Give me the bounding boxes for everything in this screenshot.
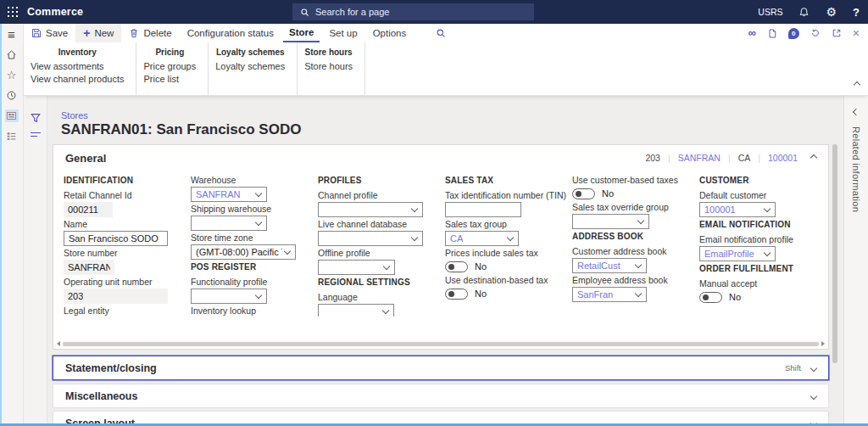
tab-store[interactable]: Store: [283, 24, 320, 42]
expand-panel-chevron-icon[interactable]: [853, 109, 860, 115]
ribbon-group-title: Inventory: [31, 48, 124, 57]
field-label: Functionality profile: [191, 277, 318, 287]
page-search-box[interactable]: Search for a page: [292, 3, 534, 20]
view-glasses-icon[interactable]: ∞: [748, 29, 756, 37]
combo-channel-profile[interactable]: [318, 202, 423, 217]
combo-shipping-warehouse[interactable]: [191, 216, 267, 231]
ribbon-group-inventory: Inventory View assortments View channel …: [24, 42, 136, 95]
left-nav-rail: ≡ ☆: [0, 24, 24, 426]
filter-funnel-icon[interactable]: [30, 112, 42, 124]
combo-sales-tax-group[interactable]: CA: [445, 231, 519, 246]
tab-set-up[interactable]: Set up: [323, 24, 363, 42]
tab-options[interactable]: Options: [367, 24, 413, 42]
configuration-status-button[interactable]: Configuration status: [180, 24, 281, 42]
action-bar-right-icons: ∞ 0 ×: [748, 24, 860, 42]
combo-employee-address-book[interactable]: SanFran: [572, 287, 647, 302]
summary-default-customer[interactable]: 100001: [768, 153, 798, 163]
show-list-icon[interactable]: [31, 132, 41, 139]
combo-store-time-zone[interactable]: (GMT-08:00) Pacific Time (US ...: [191, 244, 296, 260]
pos-register-page-icon[interactable]: [5, 109, 19, 122]
collapse-section-chevron-icon[interactable]: [810, 154, 817, 161]
ribbon-item-loyalty-schemes[interactable]: Loyalty schemes: [215, 61, 285, 71]
action-search-icon[interactable]: [436, 24, 446, 42]
summary-warehouse[interactable]: SANFRAN: [678, 153, 721, 163]
scroll-left-arrow-icon[interactable]: [57, 341, 60, 346]
chevron-down-icon: [255, 292, 262, 299]
toggle-prices-include-sales-tax[interactable]: [445, 261, 468, 272]
combo-email-notification-profile[interactable]: EmailProfile: [699, 246, 776, 261]
field-channel-profile: Channel profile: [318, 191, 445, 217]
combo-default-customer[interactable]: 100001: [699, 202, 776, 217]
section-statement-closing[interactable]: Statement/closing Shift: [53, 356, 829, 380]
combo-functionality-profile[interactable]: [191, 289, 267, 304]
field-label: Email notification profile: [699, 235, 826, 244]
notifications-bell-icon[interactable]: [798, 7, 810, 18]
scrollbar-thumb[interactable]: [63, 342, 819, 346]
related-information-label: Related information: [851, 126, 861, 212]
scroll-right-arrow-icon[interactable]: [821, 341, 825, 346]
combo-language[interactable]: [318, 304, 394, 317]
app-launcher-waffle-icon[interactable]: [8, 7, 18, 17]
toggle-manual-accept[interactable]: [699, 292, 722, 303]
group-header-address-book: ADDRESS BOOK: [572, 232, 699, 241]
readonly-store-number: SANFRAN01: [64, 260, 114, 275]
trash-icon: [129, 28, 139, 38]
save-button[interactable]: Save: [24, 24, 75, 42]
ribbon-group-loyalty-schemes: Loyalty schemes Loyalty schemes: [209, 42, 298, 95]
close-icon[interactable]: ×: [853, 28, 860, 38]
field-default-customer: Default customer100001: [699, 191, 826, 217]
combo-live-channel-database[interactable]: [318, 231, 423, 246]
toggle-row: No: [445, 287, 572, 300]
delete-button[interactable]: Delete: [121, 24, 179, 42]
document-page-icon[interactable]: [767, 28, 777, 39]
favorites-star-icon[interactable]: ☆: [5, 69, 19, 81]
nav-menu-hamburger-icon[interactable]: ≡: [5, 28, 19, 41]
group-header-email-notification: EMAIL NOTIFICATION: [699, 220, 826, 229]
field-label: Offline profile: [318, 249, 445, 258]
refresh-icon[interactable]: [810, 28, 821, 38]
plus-icon: +: [83, 28, 90, 38]
group-header-order-fulfillment: ORDER FULFILLMENT: [699, 264, 826, 273]
field-label: Warehouse: [191, 176, 318, 185]
input-tax-identification-number-tin[interactable]: [445, 202, 521, 217]
field-value: CA: [450, 233, 463, 244]
combo-customer-address-book[interactable]: RetailCust: [572, 258, 647, 273]
open-in-new-window-icon[interactable]: [832, 28, 842, 38]
ribbon-item-store-hours[interactable]: Store hours: [304, 61, 353, 71]
save-floppy-icon: [31, 28, 42, 38]
toggle-use-destination-based-tax[interactable]: [445, 289, 468, 300]
settings-gear-icon[interactable]: ⚙: [826, 6, 837, 18]
toggle-use-customer-based-taxes[interactable]: [572, 188, 595, 199]
workspaces-list-icon[interactable]: [5, 130, 19, 143]
expand-section-chevron-icon[interactable]: [810, 364, 817, 371]
attachments-badge-icon[interactable]: 0: [788, 28, 799, 39]
user-account-button[interactable]: USRS: [758, 7, 782, 17]
ribbon-item-price-groups[interactable]: Price groups: [143, 61, 196, 71]
related-information-panel[interactable]: Related information: [843, 96, 868, 423]
expand-section-chevron-icon[interactable]: [810, 392, 817, 399]
section-miscellaneous[interactable]: Miscellaneous: [53, 384, 829, 408]
ribbon-group-title: Store hours: [304, 48, 353, 57]
combo-sales-tax-override-group[interactable]: [572, 214, 649, 229]
recent-clock-icon[interactable]: [5, 89, 19, 102]
combo-offline-profile[interactable]: [318, 260, 395, 275]
input-name[interactable]: San Francisco SODO: [64, 231, 168, 246]
horizontal-scrollbar[interactable]: [55, 340, 826, 347]
field-customer-address-book: Customer address bookRetailCust: [572, 247, 699, 273]
help-icon[interactable]: ?: [853, 6, 860, 19]
group-header-profiles: PROFILES: [318, 176, 445, 185]
vertical-scrollbar-thumb[interactable]: [832, 144, 837, 363]
general-card-header[interactable]: General 203 | SANFRAN | CA | 100001: [53, 145, 828, 171]
ribbon-item-view-channel-products[interactable]: View channel products: [31, 74, 124, 84]
field-value: (GMT-08:00) Pacific Time (US ...: [196, 247, 282, 257]
ribbon-item-view-assortments[interactable]: View assortments: [31, 61, 124, 71]
section-hint: Shift: [785, 363, 801, 373]
group-header-customer: CUSTOMER: [699, 176, 826, 185]
home-icon[interactable]: [5, 48, 19, 61]
new-button[interactable]: + New: [75, 24, 121, 42]
combo-warehouse[interactable]: SANFRAN: [191, 187, 267, 202]
breadcrumb[interactable]: Stores: [61, 110, 88, 121]
readonly-operating-unit-number: 203: [64, 289, 168, 304]
collapse-action-pane-chevron-icon[interactable]: [854, 76, 860, 91]
ribbon-item-price-list[interactable]: Price list: [143, 74, 196, 84]
